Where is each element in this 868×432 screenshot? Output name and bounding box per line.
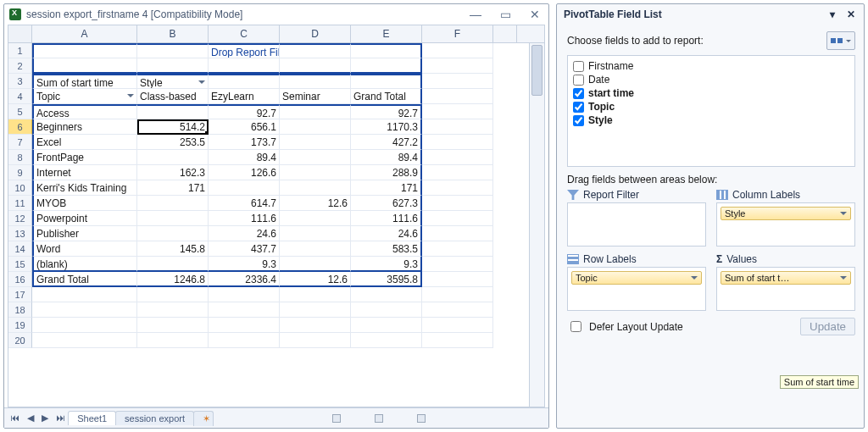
- row-header[interactable]: 4: [8, 89, 32, 104]
- header-grand-total[interactable]: Grand Total: [351, 89, 422, 104]
- zone-column-labels: Column Labels Style: [716, 189, 855, 246]
- panel-titlebar: PivotTable Field List ▾ ✕: [557, 4, 864, 25]
- filter-icon: [567, 190, 579, 200]
- new-sheet-button[interactable]: ✶: [193, 411, 214, 426]
- workbook-title: session export_firstname 4 [Compatibilit…: [26, 8, 242, 20]
- tab-prev-icon[interactable]: ◀: [25, 413, 36, 423]
- row-header[interactable]: 2: [8, 58, 32, 74]
- row-header[interactable]: 11: [8, 196, 32, 211]
- defer-layout-checkbox[interactable]: [570, 321, 581, 332]
- chip-topic[interactable]: Topic: [571, 271, 702, 285]
- update-button[interactable]: Update: [800, 318, 855, 335]
- spreadsheet-grid: A B C D E F 1 Drop Report Filter Fields …: [8, 25, 545, 407]
- report-filter-dropzone[interactable]: [567, 202, 706, 246]
- col-header[interactable]: B: [137, 25, 209, 42]
- chevron-down-icon[interactable]: ▾: [826, 8, 838, 20]
- scrollbar-thumb[interactable]: [531, 45, 542, 96]
- report-filter-drop-label[interactable]: Drop Report Filter Fields Here: [209, 43, 280, 58]
- chip-style[interactable]: Style: [721, 207, 851, 220]
- minimize-button[interactable]: —: [470, 8, 481, 21]
- header-ezylearn[interactable]: EzyLearn: [209, 89, 280, 104]
- horizontal-scrollbar[interactable]: [213, 414, 545, 423]
- layout-icon: [831, 38, 836, 43]
- row-header[interactable]: 15: [8, 257, 32, 272]
- grand-total-label[interactable]: Grand Total: [32, 272, 137, 287]
- row-header[interactable]: 16: [8, 272, 32, 287]
- field-checkbox[interactable]: [573, 61, 584, 72]
- field-checkbox-list: Firstname Date start time Topic Style: [567, 55, 855, 167]
- excel-icon: [9, 8, 21, 20]
- active-cell[interactable]: 514.2: [137, 119, 209, 135]
- defer-layout-label: Defer Layout Update: [589, 321, 683, 333]
- sheet-tab-session-export[interactable]: session export: [115, 411, 194, 425]
- topic-dropdown[interactable]: Topic: [32, 89, 137, 104]
- sigma-icon: Σ: [716, 253, 722, 265]
- col-header[interactable]: A: [32, 25, 137, 42]
- row-header[interactable]: 12: [8, 211, 32, 226]
- panel-title: PivotTable Field List: [564, 8, 826, 20]
- row-header[interactable]: 6: [8, 119, 32, 135]
- workbook-window: session export_firstname 4 [Compatibilit…: [3, 3, 549, 429]
- tab-last-icon[interactable]: ⏭: [53, 413, 68, 423]
- hscroll-right-icon[interactable]: [417, 414, 426, 423]
- col-header[interactable]: E: [351, 25, 422, 42]
- tab-first-icon[interactable]: ⏮: [8, 413, 22, 423]
- tab-nav-buttons: ⏮ ◀ ▶ ⏭: [8, 413, 68, 424]
- row-header[interactable]: 5: [8, 104, 32, 119]
- rows-icon: [567, 254, 579, 264]
- close-button[interactable]: ✕: [530, 8, 540, 21]
- layout-options-button[interactable]: [826, 31, 855, 50]
- hscroll-thumb[interactable]: [375, 414, 383, 423]
- close-icon[interactable]: ✕: [845, 8, 857, 20]
- choose-fields-label: Choose fields to add to report:: [567, 35, 826, 47]
- column-labels-dropzone[interactable]: Style: [716, 202, 855, 246]
- row-header[interactable]: 10: [8, 180, 32, 196]
- field-style[interactable]: Style: [571, 114, 851, 127]
- sheet-tab-sheet1[interactable]: Sheet1: [68, 411, 116, 425]
- header-seminar[interactable]: Seminar: [280, 89, 351, 104]
- zone-report-filter: Report Filter: [567, 189, 706, 246]
- select-all-corner[interactable]: [8, 25, 32, 42]
- zone-row-labels: Row Labels Topic: [567, 253, 706, 311]
- sum-of-start-time-label[interactable]: Sum of start time: [32, 74, 137, 89]
- field-firstname[interactable]: Firstname: [571, 59, 851, 73]
- report-filter-drop[interactable]: [32, 43, 137, 58]
- values-dropzone[interactable]: Sum of start t…: [716, 267, 855, 311]
- maximize-button[interactable]: ▭: [500, 8, 511, 21]
- col-header[interactable]: D: [280, 25, 351, 42]
- field-checkbox[interactable]: [573, 115, 584, 126]
- chip-sum-start-time[interactable]: Sum of start t…: [721, 271, 851, 285]
- field-start-time[interactable]: start time: [571, 86, 851, 100]
- col-header-gutter: [493, 25, 517, 42]
- field-checkbox[interactable]: [573, 88, 584, 99]
- col-header[interactable]: F: [422, 25, 493, 42]
- hscroll-left-icon[interactable]: [332, 414, 341, 423]
- topic-cell[interactable]: Beginners: [32, 119, 137, 135]
- tooltip-sum-start-time: Sum of start time: [780, 375, 859, 389]
- row-header[interactable]: 13: [8, 226, 32, 241]
- row-header[interactable]: 9: [8, 165, 32, 180]
- vertical-scrollbar[interactable]: [529, 43, 544, 407]
- row-header[interactable]: 8: [8, 150, 32, 165]
- field-date[interactable]: Date: [571, 73, 851, 86]
- row-header[interactable]: 3: [8, 74, 32, 89]
- row-labels-dropzone[interactable]: Topic: [567, 267, 706, 311]
- field-topic[interactable]: Topic: [571, 100, 851, 114]
- workbook-titlebar: session export_firstname 4 [Compatibilit…: [4, 4, 548, 25]
- zone-values: ΣValues Sum of start t…: [716, 253, 855, 311]
- tab-next-icon[interactable]: ▶: [39, 413, 51, 423]
- grid-body[interactable]: 1 Drop Report Filter Fields Here 2: [8, 43, 544, 407]
- row-header[interactable]: 7: [8, 135, 32, 150]
- sheet-tab-bar: ⏮ ◀ ▶ ⏭ Sheet1 session export ✶: [4, 407, 548, 428]
- field-checkbox[interactable]: [573, 102, 584, 113]
- row-header[interactable]: 1: [8, 43, 32, 58]
- topic-cell[interactable]: Access: [32, 104, 137, 119]
- window-controls: — ▭ ✕: [470, 8, 543, 21]
- field-checkbox[interactable]: [573, 75, 584, 86]
- style-dropdown[interactable]: Style: [137, 74, 209, 89]
- header-class-based[interactable]: Class-based: [137, 89, 209, 104]
- row-header[interactable]: 14: [8, 241, 32, 257]
- column-headers: A B C D E F: [8, 25, 544, 43]
- col-header[interactable]: C: [209, 25, 280, 42]
- columns-icon: [716, 190, 728, 200]
